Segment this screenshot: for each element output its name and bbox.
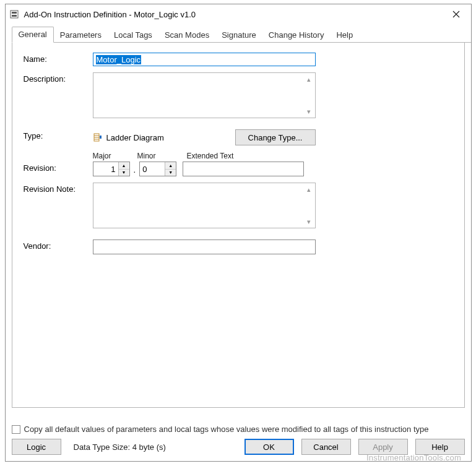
minor-input[interactable] <box>140 162 165 176</box>
major-label: Major <box>93 152 137 160</box>
revision-note-label: Revision Note: <box>24 183 93 194</box>
app-icon <box>9 9 19 19</box>
minor-label: Minor <box>137 152 187 160</box>
logic-button[interactable]: Logic <box>12 439 61 455</box>
scroll-up-icon[interactable]: ▴ <box>304 184 314 194</box>
scroll-up-icon[interactable]: ▴ <box>304 74 314 84</box>
name-input[interactable]: Motor_Logic <box>93 53 316 66</box>
tab-parameters[interactable]: Parameters <box>54 28 108 43</box>
tab-strip: General Parameters Local Tags Scan Modes… <box>12 27 465 43</box>
major-up-icon[interactable]: ▲ <box>119 162 129 170</box>
minor-spinner[interactable]: ▲ ▼ <box>139 162 176 176</box>
extended-text-label: Extended Text <box>187 152 234 160</box>
scroll-down-icon[interactable]: ▾ <box>304 106 314 116</box>
type-value: Ladder Diagram <box>106 133 164 142</box>
extended-text-input[interactable] <box>183 162 304 176</box>
tab-help[interactable]: Help <box>330 28 359 43</box>
svg-rect-0 <box>11 11 18 18</box>
close-button[interactable] <box>444 6 469 23</box>
revision-dot: . <box>134 163 136 175</box>
vendor-label: Vendor: <box>24 239 93 251</box>
tab-local-tags[interactable]: Local Tags <box>108 28 158 43</box>
major-spinner[interactable]: ▲ ▼ <box>93 162 130 176</box>
svg-rect-2 <box>12 15 17 17</box>
cancel-button[interactable]: Cancel <box>301 439 351 455</box>
tab-change-history[interactable]: Change History <box>262 28 331 43</box>
name-label: Name: <box>24 53 93 64</box>
vendor-input[interactable] <box>93 239 316 254</box>
description-label: Description: <box>24 72 93 84</box>
tab-signature[interactable]: Signature <box>215 28 262 43</box>
minor-up-icon[interactable]: ▲ <box>165 162 176 170</box>
revision-note-wrap: ▴ ▾ <box>93 183 316 228</box>
copy-defaults-label: Copy all default values of parameters an… <box>24 425 429 434</box>
tab-scan-modes[interactable]: Scan Modes <box>158 28 215 43</box>
scroll-down-icon[interactable]: ▾ <box>304 217 314 227</box>
description-field-wrap: ▴ ▾ <box>93 72 316 118</box>
description-input[interactable] <box>93 73 304 118</box>
titlebar: Add-On Instruction Definition - Motor_Lo… <box>6 4 471 24</box>
watermark: InstrumentationTools.com <box>366 453 461 462</box>
data-type-size: Data Type Size: 4 byte (s) <box>74 442 166 452</box>
change-type-button[interactable]: Change Type... <box>235 129 316 145</box>
ladder-diagram-icon <box>93 132 103 142</box>
tab-panel-general: Name: Motor_Logic Description: ▴ ▾ Type: <box>12 43 465 408</box>
major-down-icon[interactable]: ▼ <box>119 170 129 176</box>
revision-label: Revision: <box>24 162 93 173</box>
dialog-window: Add-On Instruction Definition - Motor_Lo… <box>5 4 472 462</box>
svg-rect-9 <box>100 136 102 139</box>
major-input[interactable] <box>93 162 118 176</box>
revision-note-input[interactable] <box>93 183 304 228</box>
minor-down-icon[interactable]: ▼ <box>165 170 176 176</box>
copy-defaults-checkbox[interactable] <box>12 425 20 434</box>
tab-general[interactable]: General <box>12 27 54 43</box>
bottom-area: Copy all default values of parameters an… <box>12 425 465 455</box>
window-title: Add-On Instruction Definition - Motor_Lo… <box>24 10 444 19</box>
ok-button[interactable]: OK <box>244 439 294 455</box>
svg-rect-1 <box>12 12 17 14</box>
type-label: Type: <box>24 129 93 140</box>
